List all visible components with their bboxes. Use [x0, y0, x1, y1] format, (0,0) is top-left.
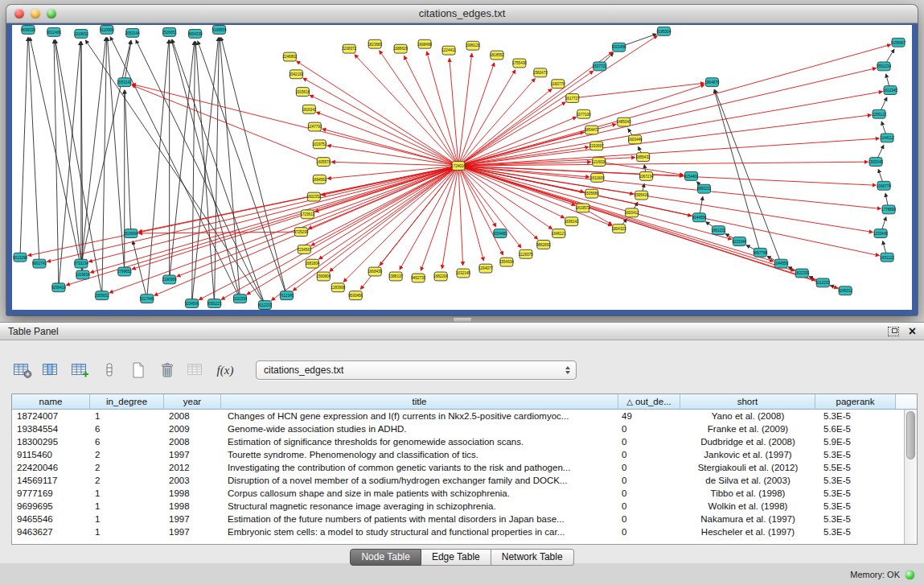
- network-node[interactable]: 1651122: [880, 253, 894, 262]
- column-header-short[interactable]: short: [680, 394, 815, 410]
- network-edge[interactable]: [322, 129, 458, 166]
- network-canvas[interactable]: 8699339 9012406 1019652 9110909 2053144 …: [12, 25, 912, 310]
- network-node[interactable]: 9344556: [692, 213, 707, 222]
- show-columns-icon[interactable]: [40, 360, 63, 381]
- network-node[interactable]: 9462733: [411, 274, 425, 282]
- network-edge[interactable]: [47, 166, 458, 262]
- window-titlebar[interactable]: citations_edges.txt: [6, 5, 918, 23]
- close-panel-icon[interactable]: ×: [909, 326, 916, 337]
- network-edge[interactable]: [20, 38, 28, 257]
- network-edge[interactable]: [458, 53, 472, 166]
- network-node[interactable]: 1019654: [76, 270, 90, 279]
- network-node[interactable]: 9217446: [140, 295, 154, 303]
- network-node[interactable]: 1077100: [577, 109, 591, 118]
- network-node[interactable]: 1602352: [306, 192, 321, 201]
- network-node[interactable]: 1224411: [441, 46, 456, 55]
- network-node[interactable]: 9551234: [877, 62, 891, 71]
- table-row[interactable]: 911546021997Tourette syndrome. Phenomeno…: [12, 448, 905, 461]
- table-row[interactable]: 2242004622012Investigating the contribut…: [12, 461, 905, 474]
- tab-node-table[interactable]: Node Table: [350, 549, 421, 566]
- network-edge[interactable]: [458, 35, 657, 166]
- network-node[interactable]: 1617727: [565, 94, 580, 103]
- network-edge[interactable]: [125, 90, 131, 233]
- network-node[interactable]: 1019652: [74, 29, 88, 38]
- network-node[interactable]: 1388137: [388, 272, 403, 281]
- network-node[interactable]: 1612345: [883, 86, 897, 95]
- network-node[interactable]: 1696142: [565, 217, 579, 226]
- create-column-icon[interactable]: [69, 360, 92, 381]
- table-row[interactable]: 1872400712008Changes of HCN gene express…: [12, 410, 905, 422]
- network-node[interactable]: 1283998: [331, 283, 345, 292]
- network-node[interactable]: 1724016: [451, 162, 466, 171]
- network-node[interactable]: 1915616: [295, 88, 310, 97]
- float-panel-icon[interactable]: [888, 327, 899, 336]
- network-node[interactable]: 1603446: [628, 135, 643, 144]
- network-node[interactable]: 1247793: [307, 122, 322, 131]
- network-node[interactable]: 1593345: [869, 158, 883, 167]
- network-node[interactable]: 9299419: [51, 283, 66, 292]
- network-node[interactable]: 1088629: [393, 44, 408, 53]
- network-edge[interactable]: [458, 166, 879, 256]
- network-node[interactable]: 9323456: [612, 43, 626, 51]
- network-edge[interactable]: [132, 85, 323, 162]
- network-node[interactable]: 1854472: [585, 126, 599, 134]
- network-node[interactable]: 1505680: [585, 189, 599, 198]
- network-node[interactable]: 8602743: [32, 259, 47, 268]
- network-node[interactable]: 8654339: [188, 29, 203, 38]
- memory-ok-indicator[interactable]: [906, 571, 914, 579]
- network-node[interactable]: 1778899: [881, 205, 896, 214]
- network-node[interactable]: 8185304: [657, 27, 671, 35]
- network-node[interactable]: 1755430: [512, 59, 527, 68]
- network-node[interactable]: 1804323: [612, 225, 626, 233]
- table-row[interactable]: 1830029562008Estimation of significance …: [12, 435, 905, 448]
- network-node[interactable]: 9593456: [348, 291, 363, 300]
- network-node[interactable]: 1044556: [774, 259, 788, 268]
- column-header-year[interactable]: year: [164, 394, 221, 410]
- network-node[interactable]: 2053144: [125, 28, 140, 37]
- network-node[interactable]: 2042193: [289, 70, 303, 79]
- network-node[interactable]: 9012406: [47, 27, 61, 36]
- import-table-icon[interactable]: [185, 360, 207, 381]
- column-header-title[interactable]: title: [221, 394, 618, 410]
- network-node[interactable]: 9667788: [753, 248, 767, 257]
- network-node[interactable]: 7612345: [279, 291, 294, 300]
- network-edge[interactable]: [81, 38, 106, 264]
- close-window-button[interactable]: [14, 9, 24, 19]
- function-builder-icon[interactable]: f(x): [214, 360, 236, 381]
- network-edge[interactable]: [310, 95, 458, 166]
- database-icon[interactable]: [98, 360, 121, 381]
- network-edge[interactable]: [442, 166, 458, 269]
- network-node[interactable]: 1661231: [712, 226, 726, 235]
- table-row[interactable]: 977716911998Corpus callosum shape and si…: [12, 487, 905, 500]
- network-node[interactable]: 9112233: [815, 278, 830, 287]
- network-node[interactable]: 2485043: [617, 117, 631, 126]
- network-edge[interactable]: [458, 68, 876, 166]
- network-node[interactable]: 1554634: [499, 257, 514, 266]
- network-node[interactable]: 1855432: [636, 153, 651, 162]
- network-edge[interactable]: [458, 166, 795, 271]
- column-header-pagerank[interactable]: pagerank: [815, 394, 896, 410]
- network-node[interactable]: 1668488: [417, 39, 432, 48]
- network-node[interactable]: 1611609: [590, 173, 605, 182]
- network-node[interactable]: 1819572: [576, 204, 590, 212]
- network-node[interactable]: 2526651: [162, 27, 177, 36]
- table-row[interactable]: 1938455462009Genome-wide association stu…: [12, 422, 905, 435]
- column-header-out_de[interactable]: △out_de...: [618, 394, 680, 410]
- network-edge[interactable]: [85, 40, 265, 305]
- network-node[interactable]: 1582473: [533, 68, 548, 77]
- network-node[interactable]: 9110909: [100, 25, 114, 34]
- network-node[interactable]: 2255123: [872, 109, 886, 118]
- network-edge[interactable]: [458, 166, 503, 255]
- network-node[interactable]: 8223344: [732, 237, 746, 246]
- network-node[interactable]: 1646121: [552, 229, 566, 238]
- network-edge[interactable]: [458, 166, 838, 288]
- delete-table-icon[interactable]: [156, 360, 179, 381]
- network-node[interactable]: 1799652: [117, 267, 132, 276]
- network-edge[interactable]: [109, 166, 458, 293]
- network-node[interactable]: 1216028: [592, 158, 606, 167]
- network-edge[interactable]: [330, 166, 458, 271]
- network-edge[interactable]: [90, 166, 458, 273]
- network-edge[interactable]: [380, 51, 458, 166]
- network-edge[interactable]: [458, 92, 882, 166]
- table-row[interactable]: 946362711997Embryonic stem cells: a mode…: [12, 525, 905, 538]
